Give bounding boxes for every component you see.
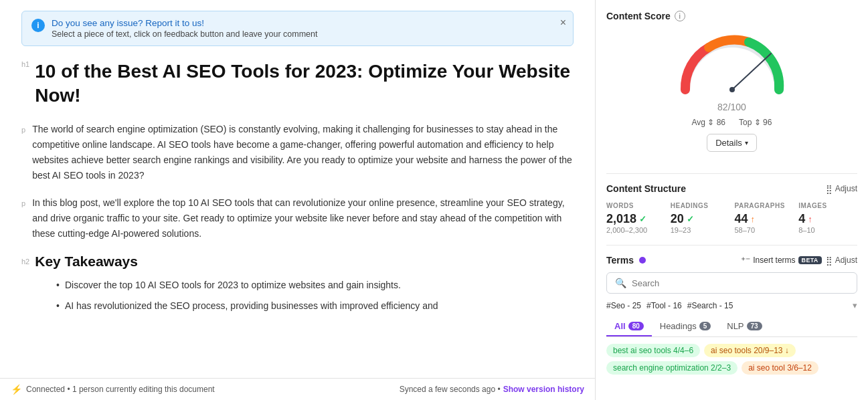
tag-item[interactable]: #Seo - 25: [606, 301, 641, 310]
tag-item[interactable]: #Search - 15: [687, 301, 733, 310]
h2-text: Key Takeaways: [35, 254, 138, 270]
metric-value: 2,018 ✓: [606, 212, 665, 226]
alert-close-button[interactable]: ×: [560, 17, 566, 29]
gauge-score: 82/100: [717, 94, 746, 115]
bullet-icon: •: [56, 298, 60, 313]
lightning-icon: ⚡: [11, 384, 22, 395]
h1-tag-label: h1: [21, 60, 29, 69]
list-item: • Discover the top 10 AI SEO tools for 2…: [56, 278, 574, 292]
metric-item: HEADINGS 20 ✓ 19–23: [671, 202, 729, 234]
terms-section: Terms ⁺⁻ Insert terms BETA ⣿ Adjust 🔍: [606, 255, 857, 375]
gauge-svg: [672, 29, 792, 96]
bullet-1-text: Discover the top 10 AI SEO tools for 202…: [65, 278, 401, 292]
search-icon: 🔍: [615, 278, 626, 288]
terms-search-box: 🔍: [606, 272, 857, 294]
insert-terms-button[interactable]: ⁺⁻ Insert terms BETA: [741, 255, 821, 266]
divider-2: [606, 245, 857, 245]
info-icon: i: [31, 19, 45, 32]
search-input[interactable]: [632, 278, 849, 288]
metric-range: 2,000–2,300: [606, 226, 665, 234]
metric-item: IMAGES 4 ↑ 8–10: [798, 202, 857, 234]
chevron-down-icon: ▾: [745, 139, 748, 146]
svg-line-0: [732, 54, 771, 90]
metric-range: 19–23: [671, 226, 729, 234]
p2-tag-label: p: [21, 197, 25, 209]
metric-value: 44 ↑: [735, 212, 794, 226]
metric-range: 58–70: [735, 226, 794, 234]
p2-text: In this blog post, we'll explore the top…: [32, 195, 574, 241]
tag-item[interactable]: #Tool - 16: [646, 301, 682, 310]
metric-item: WORDS 2,018 ✓ 2,000–2,300: [606, 202, 665, 234]
sliders-icon: ⣿: [826, 184, 833, 194]
alert-subtitle: Select a piece of text, click on feedbac…: [52, 29, 317, 39]
article-heading-2: h2 Key Takeaways: [21, 254, 574, 270]
article-paragraph-2: p In this blog post, we'll explore the t…: [21, 195, 574, 241]
bullet-2-text: AI has revolutionized the SEO process, p…: [65, 298, 438, 313]
h2-tag-label: h2: [21, 258, 29, 266]
article-paragraph-1: p The world of search engine optimizatio…: [21, 122, 574, 183]
sidebar: Content Score i 82/100 Avg ⇕: [596, 0, 868, 400]
gauge-avg: Avg ⇕ 86 Top ⇕ 96: [692, 118, 772, 127]
metric-value: 20 ✓: [671, 212, 729, 226]
metric-label: PARAGRAPHS: [735, 202, 794, 209]
connected-status: Connected • 1 person currently editing t…: [26, 385, 215, 394]
adjust-button[interactable]: ⣿ Adjust: [826, 184, 857, 194]
status-right: Synced a few seconds ago • Show version …: [400, 385, 584, 394]
insert-icon: ⁺⁻: [741, 255, 750, 266]
alert-text: Do you see any issue? Report it to us! S…: [52, 18, 317, 39]
bullet-list: • Discover the top 10 AI SEO tools for 2…: [56, 278, 574, 313]
show-version-history-link[interactable]: Show version history: [503, 385, 584, 394]
content-structure-title: Content Structure: [606, 183, 686, 194]
expand-tags-button[interactable]: ▾: [853, 300, 857, 310]
list-item: • AI has revolutionized the SEO process,…: [56, 298, 574, 313]
metric-item: PARAGRAPHS 44 ↑ 58–70: [735, 202, 794, 234]
metrics-grid: WORDS 2,018 ✓ 2,000–2,300 HEADINGS 20 ✓ …: [606, 202, 857, 234]
term-pill[interactable]: search engine optimization 2/2–3: [606, 361, 737, 375]
content-structure-header: Content Structure ⣿ Adjust: [606, 183, 857, 194]
metric-label: HEADINGS: [671, 202, 729, 209]
p1-text: The world of search engine optimization …: [32, 122, 574, 183]
svg-point-1: [729, 87, 735, 92]
synced-text: Synced a few seconds ago •: [400, 385, 501, 394]
metric-value: 4 ↑: [798, 212, 857, 226]
content-area: i Do you see any issue? Report it to us!…: [0, 0, 596, 400]
divider: [606, 173, 857, 174]
score-max: /100: [728, 102, 746, 112]
terms-left: Terms: [606, 255, 646, 266]
adjust-terms-button[interactable]: ⣿ Adjust: [826, 256, 857, 266]
status-left: ⚡ Connected • 1 person currently editing…: [11, 384, 215, 395]
info-icon[interactable]: i: [675, 11, 685, 21]
terms-indicator: [639, 257, 646, 264]
terms-title: Terms: [606, 255, 634, 266]
metric-label: IMAGES: [798, 202, 857, 209]
term-pill[interactable]: ai seo tools 20/9–13 ↓: [704, 344, 796, 357]
tab-item[interactable]: Headings 5: [652, 317, 719, 336]
article-heading-1: h1 10 of the Best AI SEO Tools for 2023:…: [21, 60, 574, 108]
tag-row: #Seo - 25#Tool - 16#Search - 15▾: [606, 300, 857, 310]
details-button[interactable]: Details ▾: [707, 134, 757, 152]
terms-header: Terms ⁺⁻ Insert terms BETA ⣿ Adjust: [606, 255, 857, 266]
p1-tag-label: p: [21, 124, 25, 136]
sliders-icon-2: ⣿: [826, 256, 833, 266]
tabs-row: All 80Headings 5NLP 73: [606, 317, 857, 337]
status-bar: ⚡ Connected • 1 person currently editing…: [0, 378, 595, 400]
alert-banner: i Do you see any issue? Report it to us!…: [21, 11, 574, 46]
content-score-title: Content Score i: [606, 11, 857, 21]
h1-text: 10 of the Best AI SEO Tools for 2023: Op…: [35, 60, 574, 108]
tab-item[interactable]: All 80: [606, 317, 652, 336]
term-pills: best ai seo tools 4/4–6ai seo tools 20/9…: [606, 344, 857, 375]
content-score-section: Content Score i 82/100 Avg ⇕: [606, 11, 857, 163]
metric-range: 8–10: [798, 226, 857, 234]
beta-badge: BETA: [798, 256, 822, 264]
metric-label: WORDS: [606, 202, 665, 209]
term-pill[interactable]: ai seo tool 3/6–12: [742, 361, 818, 375]
bullet-icon: •: [56, 278, 60, 292]
term-pill[interactable]: best ai seo tools 4/4–6: [606, 344, 700, 357]
tab-item[interactable]: NLP 73: [719, 317, 770, 336]
gauge-widget: 82/100 Avg ⇕ 86 Top ⇕ 96: [606, 29, 857, 127]
alert-title: Do you see any issue? Report it to us!: [52, 18, 317, 28]
